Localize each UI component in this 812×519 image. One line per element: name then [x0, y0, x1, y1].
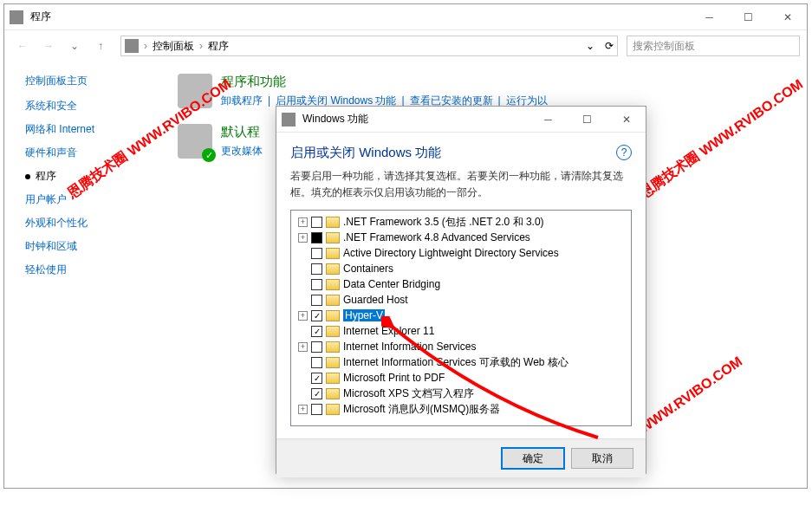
- expand-icon: [298, 327, 308, 336]
- address-bar[interactable]: › 控制面板 › 程序 ⌄ ⟳: [120, 36, 618, 56]
- section-link[interactable]: 查看已安装的更新: [410, 94, 493, 107]
- section-link[interactable]: 更改媒体: [221, 145, 263, 157]
- folder-icon: [326, 357, 340, 368]
- feature-label[interactable]: .NET Framework 3.5 (包括 .NET 2.0 和 3.0): [343, 215, 544, 230]
- feature-checkbox[interactable]: [311, 263, 322, 275]
- dialog-icon: [282, 113, 296, 127]
- feature-node[interactable]: Containers: [293, 261, 629, 276]
- close-button[interactable]: ✕: [768, 4, 807, 30]
- feature-node[interactable]: +Microsoft 消息队列(MSMQ)服务器: [293, 401, 629, 417]
- features-tree[interactable]: +.NET Framework 3.5 (包括 .NET 2.0 和 3.0)+…: [290, 210, 632, 426]
- feature-checkbox[interactable]: [311, 373, 322, 384]
- feature-node[interactable]: Active Directory Lightweight Directory S…: [293, 245, 629, 261]
- main-titlebar: 程序 ─ ☐ ✕: [4, 4, 807, 30]
- sidebar-item[interactable]: 轻松使用: [25, 263, 143, 277]
- expand-icon[interactable]: +: [298, 233, 308, 243]
- section-link[interactable]: 启用或关闭 Windows 功能: [276, 94, 396, 107]
- feature-label[interactable]: Guarded Host: [343, 294, 408, 306]
- up-button[interactable]: ↑: [89, 35, 112, 57]
- sidebar: 控制面板主页 系统和安全网络和 Internet硬件和声音程序用户帐户外观和个性…: [4, 62, 152, 488]
- ok-button[interactable]: 确定: [502, 448, 564, 469]
- dialog-heading: 启用或关闭 Windows 功能: [290, 145, 632, 161]
- feature-label[interactable]: Active Directory Lightweight Directory S…: [343, 247, 559, 259]
- section-link[interactable]: 卸载程序: [221, 94, 263, 107]
- feature-checkbox[interactable]: [311, 232, 322, 243]
- feature-label[interactable]: Internet Explorer 11: [343, 325, 434, 337]
- back-button[interactable]: ←: [11, 35, 34, 57]
- feature-node[interactable]: Data Center Bridging: [293, 276, 629, 292]
- breadcrumb-item[interactable]: 程序: [208, 39, 229, 54]
- feature-label[interactable]: Microsoft Print to PDF: [343, 372, 445, 384]
- address-dropdown-icon[interactable]: ⌄: [586, 40, 594, 52]
- feature-checkbox[interactable]: [311, 326, 322, 337]
- search-input[interactable]: 搜索控制面板: [627, 36, 800, 56]
- feature-label[interactable]: Internet Information Services: [343, 341, 476, 353]
- minimize-button[interactable]: ─: [690, 4, 729, 30]
- feature-checkbox[interactable]: [311, 248, 322, 259]
- sidebar-item[interactable]: 系统和安全: [25, 99, 143, 114]
- cancel-button[interactable]: 取消: [571, 448, 633, 469]
- feature-node[interactable]: Internet Information Services 可承载的 Web 核…: [293, 354, 629, 370]
- feature-node[interactable]: +.NET Framework 4.8 Advanced Services: [293, 230, 629, 245]
- breadcrumb-item[interactable]: 控制面板: [153, 39, 194, 54]
- sidebar-item[interactable]: 程序: [25, 169, 143, 184]
- feature-checkbox[interactable]: [311, 310, 322, 321]
- help-icon[interactable]: ?: [616, 145, 632, 160]
- expand-icon[interactable]: +: [298, 217, 308, 227]
- expand-icon: [298, 249, 308, 258]
- folder-icon: [326, 388, 340, 399]
- section-link[interactable]: 运行为以: [506, 94, 548, 107]
- folder-icon: [326, 248, 340, 259]
- feature-node[interactable]: +Hyper-V: [293, 308, 629, 323]
- sidebar-item[interactable]: 外观和个性化: [25, 216, 143, 230]
- app-icon: [10, 10, 23, 24]
- section-icon: [178, 124, 212, 159]
- sidebar-heading[interactable]: 控制面板主页: [25, 74, 143, 88]
- breadcrumb-sep: ›: [144, 40, 147, 52]
- feature-label[interactable]: .NET Framework 4.8 Advanced Services: [343, 231, 530, 243]
- folder-icon: [326, 217, 340, 228]
- expand-icon[interactable]: +: [298, 311, 308, 321]
- folder-icon: [326, 341, 340, 353]
- feature-checkbox[interactable]: [311, 357, 322, 368]
- feature-label[interactable]: Internet Information Services 可承载的 Web 核…: [343, 355, 568, 370]
- dialog-maximize-button[interactable]: ☐: [568, 107, 607, 133]
- expand-icon: [298, 373, 308, 383]
- feature-node[interactable]: Microsoft XPS 文档写入程序: [293, 386, 629, 401]
- feature-checkbox[interactable]: [311, 341, 322, 353]
- dialog-minimize-button[interactable]: ─: [529, 107, 568, 133]
- feature-label[interactable]: Containers: [343, 263, 393, 275]
- sidebar-item[interactable]: 用户帐户: [25, 192, 143, 207]
- sidebar-item[interactable]: 网络和 Internet: [25, 122, 143, 137]
- feature-checkbox[interactable]: [311, 388, 322, 399]
- feature-label[interactable]: Data Center Bridging: [343, 278, 440, 290]
- feature-label[interactable]: Hyper-V: [343, 309, 385, 321]
- expand-icon: [298, 358, 308, 367]
- feature-node[interactable]: Guarded Host: [293, 292, 629, 308]
- feature-checkbox[interactable]: [311, 295, 322, 306]
- expand-icon: [298, 264, 308, 274]
- folder-icon: [326, 295, 340, 306]
- feature-node[interactable]: Internet Explorer 11: [293, 323, 629, 339]
- feature-node[interactable]: +Internet Information Services: [293, 339, 629, 354]
- history-dropdown[interactable]: ⌄: [63, 35, 86, 57]
- feature-label[interactable]: Microsoft 消息队列(MSMQ)服务器: [343, 402, 500, 417]
- expand-icon[interactable]: +: [298, 342, 308, 352]
- location-icon: [125, 39, 139, 53]
- feature-label[interactable]: Microsoft XPS 文档写入程序: [343, 386, 474, 401]
- dialog-close-button[interactable]: ✕: [607, 107, 646, 133]
- maximize-button[interactable]: ☐: [729, 4, 768, 30]
- section-title[interactable]: 程序和功能: [221, 74, 548, 90]
- sidebar-item[interactable]: 时钟和区域: [25, 239, 143, 254]
- feature-node[interactable]: Microsoft Print to PDF: [293, 370, 629, 386]
- feature-checkbox[interactable]: [311, 217, 322, 228]
- windows-features-dialog: Windows 功能 ─ ☐ ✕ ? 启用或关闭 Windows 功能 若要启用…: [276, 106, 646, 474]
- feature-checkbox[interactable]: [311, 279, 322, 290]
- forward-button[interactable]: →: [37, 35, 60, 57]
- section-title[interactable]: 默认程: [221, 124, 263, 140]
- refresh-icon[interactable]: ⟳: [605, 40, 614, 52]
- sidebar-item[interactable]: 硬件和声音: [25, 146, 143, 160]
- feature-checkbox[interactable]: [311, 404, 322, 415]
- feature-node[interactable]: +.NET Framework 3.5 (包括 .NET 2.0 和 3.0): [293, 214, 629, 230]
- expand-icon[interactable]: +: [298, 405, 308, 414]
